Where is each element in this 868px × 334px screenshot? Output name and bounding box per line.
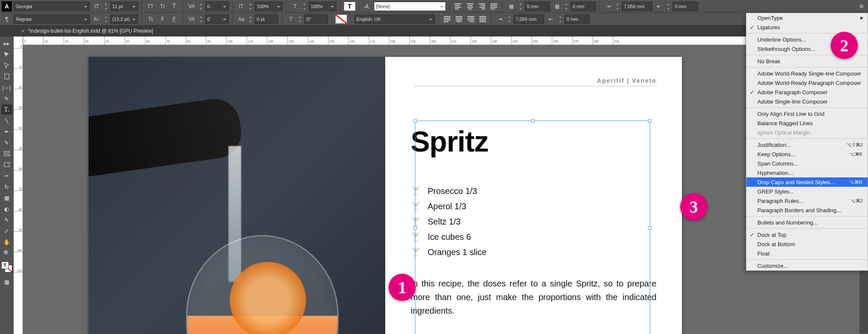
- skew-stepper[interactable]: ▲▼: [298, 14, 303, 24]
- justify-left-button[interactable]: [442, 14, 452, 24]
- menu-item[interactable]: Paragraph Borders and Shading...: [746, 205, 868, 215]
- horiz-scale-stepper[interactable]: ▲▼: [302, 2, 307, 11]
- justify-button[interactable]: [489, 2, 499, 11]
- eyedropper-tool[interactable]: ⤢: [1, 226, 12, 236]
- skew-input[interactable]: 0°: [304, 14, 328, 24]
- menu-item[interactable]: Justification...⌥⇧⌘J: [746, 140, 868, 149]
- left-indent-stepper[interactable]: ▲▼: [507, 14, 512, 24]
- fill-stroke-swatches[interactable]: T: [1, 261, 12, 272]
- menu-item[interactable]: Bullets and Numbering...: [746, 218, 868, 227]
- menu-item[interactable]: Adobe Single-line Composer: [746, 97, 868, 106]
- vert-scale-dropdown[interactable]: 100%: [255, 2, 283, 11]
- menu-item[interactable]: Float: [746, 249, 868, 258]
- hand-tool[interactable]: ✋: [1, 237, 12, 247]
- font-size-dropdown[interactable]: 11 pt: [110, 2, 138, 11]
- gap-tool[interactable]: |↔|: [1, 82, 12, 93]
- selection-tool[interactable]: [1, 49, 12, 59]
- font-family-dropdown[interactable]: Georgia: [14, 2, 90, 11]
- close-tab-button[interactable]: ×: [21, 28, 25, 34]
- menu-item[interactable]: GREP Styles...: [746, 187, 868, 196]
- vert-scale-stepper[interactable]: ▲▼: [248, 2, 253, 11]
- line-tool[interactable]: ╲: [1, 115, 12, 126]
- scissors-tool[interactable]: ✂: [1, 171, 12, 181]
- direct-selection-tool[interactable]: [1, 60, 12, 70]
- leading-stepper[interactable]: ▲▼: [103, 14, 108, 24]
- all-caps-button[interactable]: TT: [145, 2, 156, 11]
- kerning-stepper[interactable]: ▲▼: [198, 2, 203, 11]
- menu-item[interactable]: Only Align First Line to Grid: [746, 109, 868, 118]
- subscript-button[interactable]: Tt: [145, 14, 156, 24]
- language-dropdown[interactable]: English: UK: [354, 14, 435, 24]
- tracking-dropdown[interactable]: 0: [205, 14, 229, 24]
- gradient-feather-tool[interactable]: ◐: [1, 204, 12, 214]
- justify-center-button[interactable]: [454, 14, 464, 24]
- zoom-tool[interactable]: 🔍: [1, 248, 12, 258]
- align-left-button[interactable]: [453, 2, 463, 11]
- baseline-stepper[interactable]: ▲▼: [248, 14, 253, 24]
- space-after-input[interactable]: 0 mm: [570, 2, 596, 11]
- character-formatting-icon[interactable]: A: [2, 1, 12, 11]
- last-indent-input[interactable]: 0 mm: [673, 2, 698, 11]
- menu-item[interactable]: Paragraph Rules...⌥⌘J: [746, 196, 868, 205]
- strikethrough-button[interactable]: T: [157, 14, 167, 24]
- small-caps-button[interactable]: Tt: [157, 2, 167, 11]
- font-weight-dropdown[interactable]: Regular: [14, 14, 90, 24]
- char-style-dropdown[interactable]: [None]: [374, 2, 446, 11]
- right-indent-input[interactable]: 0 mm: [565, 14, 590, 24]
- expand-icon[interactable]: ▸▸: [1, 38, 12, 48]
- menu-item-label: Paragraph Borders and Shading...: [757, 207, 841, 213]
- content-collector-tool[interactable]: ✎: [1, 93, 12, 104]
- menu-item-label: GREP Styles...: [757, 188, 794, 195]
- first-indent-stepper[interactable]: ▲▼: [615, 2, 620, 11]
- justify-right-button[interactable]: [466, 14, 476, 24]
- superscript-button[interactable]: T: [169, 2, 179, 11]
- fill-swatch[interactable]: [344, 2, 356, 11]
- stroke-swatch[interactable]: [335, 14, 347, 24]
- menu-item[interactable]: Dock at Top: [746, 230, 868, 239]
- justify-all-button[interactable]: [478, 14, 488, 24]
- menu-item[interactable]: Balance Ragged Lines: [746, 118, 868, 128]
- flyout-menu-button[interactable]: ⚙: [856, 2, 866, 11]
- type-tool[interactable]: T.: [1, 104, 12, 115]
- free-transform-tool[interactable]: ↻: [1, 182, 12, 192]
- document-tab-title[interactable]: *indesign-bullet-list-English.indd @ 81%…: [28, 28, 153, 34]
- canvas[interactable]: 0102030405060708090100110120130140150160…: [23, 36, 868, 334]
- underline-button[interactable]: F: [169, 14, 179, 24]
- horiz-scale-dropdown[interactable]: 100%: [309, 2, 337, 11]
- rectangle-tool[interactable]: [1, 160, 12, 170]
- note-tool[interactable]: ✎: [1, 215, 12, 225]
- space-before-input[interactable]: 0 mm: [525, 2, 550, 11]
- menu-item[interactable]: Span Columns...: [746, 159, 868, 168]
- rectangle-frame-tool[interactable]: [1, 149, 12, 159]
- left-indent-input[interactable]: 7,056 mm: [514, 14, 544, 24]
- selection-frame[interactable]: [415, 121, 650, 334]
- view-mode-toggle[interactable]: ▦: [1, 277, 12, 287]
- menu-item[interactable]: Hyphenation...: [746, 168, 868, 177]
- baseline-input[interactable]: 0 pt: [255, 14, 278, 24]
- first-indent-input[interactable]: 7,056 mm: [622, 2, 652, 11]
- last-indent-stepper[interactable]: ▲▼: [666, 2, 671, 11]
- align-center-button[interactable]: [465, 2, 475, 11]
- align-right-button[interactable]: [477, 2, 487, 11]
- pencil-tool[interactable]: ✎: [1, 138, 12, 148]
- leading-dropdown[interactable]: (13,2 pt): [110, 14, 138, 24]
- right-indent-stepper[interactable]: ▲▼: [558, 14, 563, 24]
- font-size-stepper[interactable]: ▲▼: [103, 2, 108, 11]
- space-before-stepper[interactable]: ▲▼: [518, 2, 523, 11]
- menu-item[interactable]: Ligatures: [746, 22, 868, 32]
- menu-item[interactable]: Dock at Bottom: [746, 239, 868, 249]
- paragraph-formatting-icon[interactable]: ¶: [2, 15, 12, 23]
- kerning-dropdown[interactable]: 0: [205, 2, 229, 11]
- page-tool[interactable]: [1, 71, 12, 81]
- menu-item[interactable]: Adobe Paragraph Composer: [746, 87, 868, 97]
- menu-item[interactable]: Customize...: [746, 261, 868, 270]
- menu-item[interactable]: Keep Options...⌥⌘K: [746, 149, 868, 159]
- menu-item[interactable]: Adobe World-Ready Paragraph Composer: [746, 78, 868, 87]
- menu-item[interactable]: Adobe World-Ready Single-line Composer: [746, 69, 868, 78]
- gradient-swatch-tool[interactable]: ▦: [1, 193, 12, 203]
- tracking-stepper[interactable]: ▲▼: [198, 14, 203, 24]
- menu-item[interactable]: OpenType: [746, 13, 868, 22]
- pen-tool[interactable]: ✒: [1, 126, 12, 137]
- menu-item[interactable]: Drop Caps and Nested Styles...⌥⌘R: [746, 177, 868, 187]
- space-after-stepper[interactable]: ▲▼: [564, 2, 569, 11]
